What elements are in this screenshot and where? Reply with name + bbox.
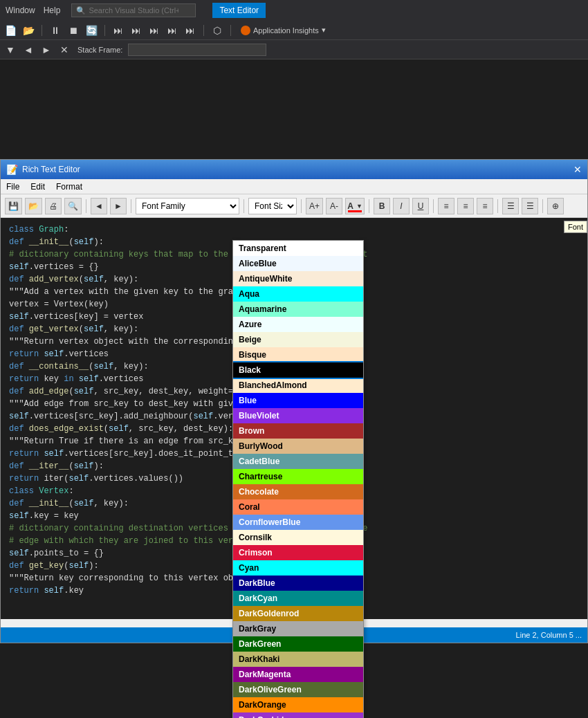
- numbering-button[interactable]: ☰: [522, 198, 538, 214]
- color-item-darkblue[interactable]: DarkBlue: [233, 576, 363, 591]
- align-right-button[interactable]: ≡: [477, 198, 493, 214]
- new-file-btn[interactable]: 📄: [3, 23, 18, 38]
- nav-btn3[interactable]: ✕: [57, 42, 72, 57]
- search-icon: 🔍: [76, 6, 86, 15]
- font-color-label: A: [347, 201, 353, 211]
- color-item-chocolate[interactable]: Chocolate: [233, 484, 363, 499]
- font-color-arrow: ▼: [356, 203, 362, 210]
- toolbar-sep1: [86, 199, 86, 213]
- filter-btn[interactable]: ▼: [3, 42, 18, 57]
- color-dropdown: TransparentAliceBlueAntiqueWhiteAquaAqua…: [232, 240, 364, 719]
- increase-font-button[interactable]: A+: [306, 198, 323, 214]
- search-input[interactable]: [89, 6, 178, 15]
- rte-title: Rich Text Editor: [22, 165, 80, 174]
- menu-bar: Window Help: [6, 6, 60, 15]
- color-item-azure[interactable]: Azure: [233, 317, 363, 332]
- rte-icon: 📝: [6, 164, 18, 175]
- toolbar-sep5: [369, 199, 369, 213]
- color-item-darkgray[interactable]: DarkGray: [233, 621, 363, 636]
- color-item-black[interactable]: Black: [233, 362, 363, 378]
- skip-btn4[interactable]: ⏭: [165, 23, 180, 38]
- skip-btn5[interactable]: ⏭: [183, 23, 198, 38]
- bullets-button[interactable]: ☰: [502, 198, 519, 214]
- color-item-transparent[interactable]: Transparent: [233, 241, 363, 256]
- toolbar-sep8: [542, 199, 543, 213]
- color-item-darkkhaki[interactable]: DarkKhaki: [233, 652, 363, 667]
- code-line: class Graph:: [9, 223, 579, 236]
- font-family-dropdown[interactable]: Font Family: [136, 198, 239, 214]
- app-insights-btn[interactable]: Application Insights ▾: [237, 24, 330, 37]
- title-tab: Text Editor: [212, 3, 266, 18]
- restart-btn[interactable]: 🔄: [84, 23, 99, 38]
- color-item-blanchedalmond[interactable]: BlanchedAlmond: [233, 378, 363, 393]
- color-item-darkmagenta[interactable]: DarkMagenta: [233, 667, 363, 682]
- color-item-crimson[interactable]: Crimson: [233, 545, 363, 560]
- app-insights-icon: [241, 26, 250, 35]
- color-item-antiquewhite[interactable]: AntiqueWhite: [233, 271, 363, 286]
- color-item-blue[interactable]: Blue: [233, 393, 363, 408]
- toolbar-sep2: [131, 199, 131, 213]
- stack-frame-input[interactable]: [128, 44, 266, 56]
- print-button[interactable]: 🖨: [45, 198, 62, 214]
- save-button[interactable]: 💾: [5, 198, 22, 214]
- color-item-darkcyan[interactable]: DarkCyan: [233, 591, 363, 606]
- color-item-aquamarine[interactable]: Aquamarine: [233, 302, 363, 317]
- rte-window: 📝 Rich Text Editor ✕ File Edit Format 💾 …: [0, 159, 588, 643]
- align-left-button[interactable]: ≡: [438, 198, 454, 214]
- menu-help[interactable]: Help: [44, 6, 61, 15]
- color-item-darkorchid[interactable]: DarkOrchid: [233, 712, 363, 719]
- color-item-burlywood[interactable]: BurlyWood: [233, 439, 363, 454]
- rte-toolbar: 💾 📂 🖨 🔍 ◄ ► Font Family Font Size A+ A- …: [1, 194, 587, 218]
- color-item-aqua[interactable]: Aqua: [233, 286, 363, 302]
- underline-button[interactable]: U: [412, 198, 429, 214]
- font-color-underline: [348, 210, 362, 212]
- undo-button[interactable]: ◄: [91, 198, 107, 214]
- bold-button[interactable]: B: [374, 198, 390, 214]
- skip-btn1[interactable]: ⏭: [111, 23, 126, 38]
- app-insights-arrow: ▾: [322, 26, 326, 35]
- skip-btn2[interactable]: ⏭: [129, 23, 144, 38]
- color-item-cadetblue[interactable]: CadetBlue: [233, 454, 363, 469]
- align-center-button[interactable]: ≡: [457, 198, 474, 214]
- redo-button[interactable]: ►: [110, 198, 127, 214]
- rte-titlebar-left: 📝 Rich Text Editor: [6, 164, 80, 175]
- color-item-darkorange[interactable]: DarkOrange: [233, 697, 363, 712]
- decrease-font-button[interactable]: A-: [326, 198, 342, 214]
- color-item-chartreuse[interactable]: Chartreuse: [233, 469, 363, 484]
- color-item-cornsilk[interactable]: Cornsilk: [233, 530, 363, 545]
- italic-button[interactable]: I: [393, 198, 410, 214]
- rte-menu-file[interactable]: File: [6, 182, 19, 192]
- color-item-cyan[interactable]: Cyan: [233, 560, 363, 576]
- pause-btn[interactable]: ⏸: [48, 23, 63, 38]
- color-item-bisque[interactable]: Bisque: [233, 347, 363, 362]
- search-box[interactable]: 🔍: [71, 3, 196, 17]
- stop-btn[interactable]: ⏹: [66, 23, 81, 38]
- zoom-in-button[interactable]: ⊕: [547, 198, 564, 214]
- open-btn[interactable]: 📂: [21, 23, 36, 38]
- color-item-aliceblue[interactable]: AliceBlue: [233, 256, 363, 271]
- titlebar: Window Help 🔍 Text Editor: [0, 0, 588, 21]
- nav-btn2[interactable]: ►: [39, 42, 54, 57]
- toolbar-sep3: [244, 199, 244, 213]
- rte-close-button[interactable]: ✕: [573, 164, 582, 175]
- color-item-darkgoldenrod[interactable]: DarkGoldenrod: [233, 606, 363, 621]
- font-color-button[interactable]: A ▼ TransparentAliceBlueAntiqueWhiteAqua…: [345, 198, 365, 214]
- color-item-darkolivegreen[interactable]: DarkOliveGreen: [233, 682, 363, 697]
- color-item-darkgreen[interactable]: DarkGreen: [233, 636, 363, 652]
- skip-btn3[interactable]: ⏭: [147, 23, 162, 38]
- color-item-cornflowerblue[interactable]: CornflowerBlue: [233, 515, 363, 530]
- breakpoint-btn[interactable]: ⬡: [210, 23, 225, 38]
- nav-btn1[interactable]: ◄: [21, 42, 36, 57]
- font-size-dropdown[interactable]: Font Size: [248, 198, 297, 214]
- rte-menu-format[interactable]: Format: [56, 182, 82, 192]
- menu-window[interactable]: Window: [6, 6, 35, 15]
- rte-menu-edit[interactable]: Edit: [30, 182, 45, 192]
- color-item-beige[interactable]: Beige: [233, 332, 363, 347]
- color-item-brown[interactable]: Brown: [233, 423, 363, 439]
- cursor-position: Line 2, Column 5 ...: [516, 631, 582, 639]
- open-button[interactable]: 📂: [25, 198, 42, 214]
- color-item-blueviolet[interactable]: BlueViolet: [233, 408, 363, 423]
- zoom-button[interactable]: 🔍: [64, 198, 82, 214]
- color-item-coral[interactable]: Coral: [233, 499, 363, 515]
- rte-titlebar: 📝 Rich Text Editor ✕: [1, 160, 587, 179]
